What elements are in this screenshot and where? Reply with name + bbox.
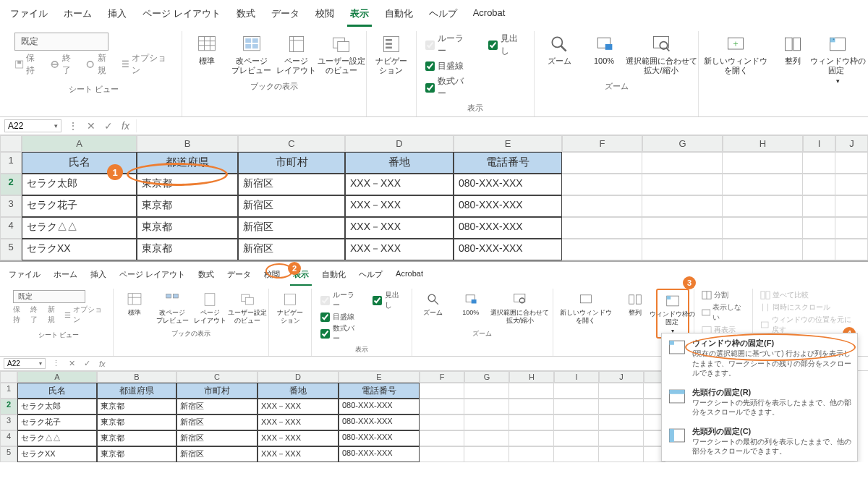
btn-custom-view[interactable]: ユーザー設定 のビュー <box>321 31 362 78</box>
colhdr-H[interactable]: H <box>723 135 803 152</box>
cell-D5[interactable]: XXX－XXX <box>345 239 454 260</box>
cell-E3[interactable]: 080-XXX-XXX <box>454 195 562 217</box>
btn2-arrange[interactable]: 整列 <box>618 289 652 320</box>
btn2-newwin[interactable]: 新しいウィンドウ を開く <box>558 289 614 328</box>
btn-pagebreak-view[interactable]: 改ページ プレビュー <box>231 31 272 78</box>
th-tel[interactable]: 電話番号 <box>454 152 562 174</box>
menu-formulas[interactable]: 数式 <box>234 4 258 27</box>
freeze-first-col[interactable]: 先頭列の固定(C)ワークシートの最初の列を表示したままで、他の部分をスクロールで… <box>662 422 857 461</box>
cell-D4[interactable]: XXX－XXX <box>345 217 454 239</box>
btn2-nav[interactable]: ナビゲー ション <box>273 289 307 328</box>
menu-home[interactable]: ホーム <box>61 4 95 27</box>
btn2-zoom100[interactable]: 100% <box>454 289 488 320</box>
btn-hide[interactable]: 表示しない <box>702 302 745 323</box>
th-city[interactable]: 市町村 <box>238 152 345 174</box>
menu2-acrobat[interactable]: Acrobat <box>393 266 426 286</box>
fb-enter[interactable]: ✓ <box>102 120 115 132</box>
sheetview2-keep[interactable]: 保持 <box>13 305 26 325</box>
cell-A3[interactable]: セラク花子 <box>22 195 137 217</box>
menu-acrobat[interactable]: Acrobat <box>470 4 509 27</box>
chk2-gridlines[interactable]: 目盛線 <box>320 312 357 322</box>
sheetview-keep[interactable]: 保持 <box>14 52 43 77</box>
colhdr-B[interactable]: B <box>137 135 238 152</box>
btn-navigation[interactable]: ナビゲー ション <box>371 31 412 78</box>
menu2-automate[interactable]: 自動化 <box>319 266 349 286</box>
rowhdr-5[interactable]: 5 <box>0 239 22 260</box>
fb-fx-icon[interactable]: fx <box>119 120 132 132</box>
rowhdr-4[interactable]: 4 <box>0 217 22 239</box>
chk-formulabar[interactable]: 数式バー <box>425 75 470 100</box>
sheetview2-new[interactable]: 新規 <box>48 305 61 325</box>
chk2-formulabar[interactable]: 数式バー <box>320 323 357 344</box>
btn2-zoom[interactable]: ズーム <box>417 289 450 320</box>
chk2-headings[interactable]: 見出し <box>373 290 402 310</box>
colhdr-F[interactable]: F <box>562 135 642 152</box>
menu2-insert[interactable]: 挿入 <box>88 266 109 286</box>
fb2-ok[interactable]: ✓ <box>82 359 93 368</box>
sheetview-new[interactable]: 新規 <box>85 52 114 77</box>
btn2-customview[interactable]: ユーザー設定 のビュー <box>231 289 264 328</box>
rowhdr-3[interactable]: 3 <box>0 195 22 217</box>
sheetview-end[interactable]: 終了 <box>50 52 78 77</box>
chk-gridlines[interactable]: 目盛線 <box>425 60 470 72</box>
colhdr-D[interactable]: D <box>345 135 454 152</box>
cell-C3[interactable]: 新宿区 <box>238 195 345 217</box>
btn-zoom-selection[interactable]: 選択範囲に合わせて 拡大/縮小 <box>629 31 694 78</box>
menu-pagelayout[interactable]: ページ レイアウト <box>140 4 224 27</box>
cell-E5[interactable]: 080-XXX-XXX <box>454 239 562 260</box>
sheetview-options[interactable]: ☰ オプション <box>122 52 173 77</box>
cell-C5[interactable]: 新宿区 <box>238 239 345 260</box>
sheetview2-opt[interactable]: ☰ オプション <box>64 305 104 325</box>
menu-review[interactable]: 校閲 <box>312 4 337 27</box>
freeze-top-row[interactable]: 先頭行の固定(R)ワークシートの先頭行を表示したままで、他の部分をスクロールでき… <box>662 383 857 422</box>
name-box-top[interactable]: ▾ <box>4 119 61 132</box>
menu2-formulas[interactable]: 数式 <box>195 266 217 286</box>
btn2-zoomsel[interactable]: 選択範囲に合わせて 拡大/縮小 <box>492 289 548 328</box>
cell-C2[interactable]: 新宿区 <box>238 174 345 195</box>
btn-zoom[interactable]: ズーム <box>539 31 579 69</box>
fb-dropdown[interactable]: ⋮ <box>66 120 80 132</box>
cell-A4[interactable]: セラク△△ <box>22 217 137 239</box>
rowhdr-2[interactable]: 2 <box>0 174 22 195</box>
menu-view[interactable]: 表示 <box>347 4 372 27</box>
menu2-pagelayout[interactable]: ページ レイアウト <box>116 266 188 286</box>
cell-D3[interactable]: XXX－XXX <box>345 195 454 217</box>
chk-headings[interactable]: 見出し <box>488 33 525 57</box>
btn-normal-view[interactable]: 標準 <box>187 31 227 69</box>
colhdr-A[interactable]: A <box>22 135 137 152</box>
select-all-corner[interactable] <box>0 135 22 152</box>
cell-B3[interactable]: 東京都 <box>137 195 238 217</box>
btn2-freeze[interactable]: ウィンドウ枠の 固定 ▾ <box>656 289 689 339</box>
btn-arrange[interactable]: 整列 <box>773 31 813 69</box>
select-all-corner-bot[interactable] <box>0 371 17 383</box>
menu-automate[interactable]: 自動化 <box>382 4 416 27</box>
menu-data[interactable]: データ <box>268 4 302 27</box>
cell-D2[interactable]: XXX－XXX <box>345 174 454 195</box>
th-pref[interactable]: 都道府県 <box>137 152 238 174</box>
menu-insert[interactable]: 挿入 <box>105 4 129 27</box>
btn2-pagelayout[interactable]: ページ レイアウト <box>193 289 226 328</box>
cell-B2[interactable]: 東京都 <box>137 174 238 195</box>
cell-B5[interactable]: 東京都 <box>137 239 238 260</box>
menu2-review[interactable]: 校閲 <box>261 266 283 286</box>
btn2-normal[interactable]: 標準 <box>118 289 151 320</box>
chk-ruler[interactable]: ルーラー <box>425 33 470 57</box>
cell-E2[interactable]: 080-XXX-XXX <box>454 174 562 195</box>
colhdr-E[interactable]: E <box>454 135 562 152</box>
fb2-cancel[interactable]: ✕ <box>67 359 77 368</box>
formula-input-top[interactable] <box>136 119 864 132</box>
sheetview2-input[interactable]: 既定 <box>13 290 85 303</box>
menu2-file[interactable]: ファイル <box>6 266 43 286</box>
menu2-help[interactable]: ヘルプ <box>356 266 386 286</box>
btn-freeze-panes[interactable]: *ウィンドウ枠の 固定 ▾ <box>817 31 858 88</box>
fb2-fx[interactable]: fx <box>97 360 108 368</box>
menu2-data[interactable]: データ <box>224 266 254 286</box>
name-box-bot[interactable]: ▾ <box>4 358 46 369</box>
fb2-drop[interactable]: ⋮ <box>50 359 62 368</box>
th-addr[interactable]: 番地 <box>345 152 454 174</box>
rowhdr-1[interactable]: 1 <box>0 152 22 174</box>
sheetview-name-input[interactable]: 既定 <box>14 33 109 51</box>
btn-new-window[interactable]: ＋新しいウィンドウ を開く <box>703 31 768 78</box>
colhdr-G[interactable]: G <box>642 135 723 152</box>
colhdr-C[interactable]: C <box>238 135 345 152</box>
